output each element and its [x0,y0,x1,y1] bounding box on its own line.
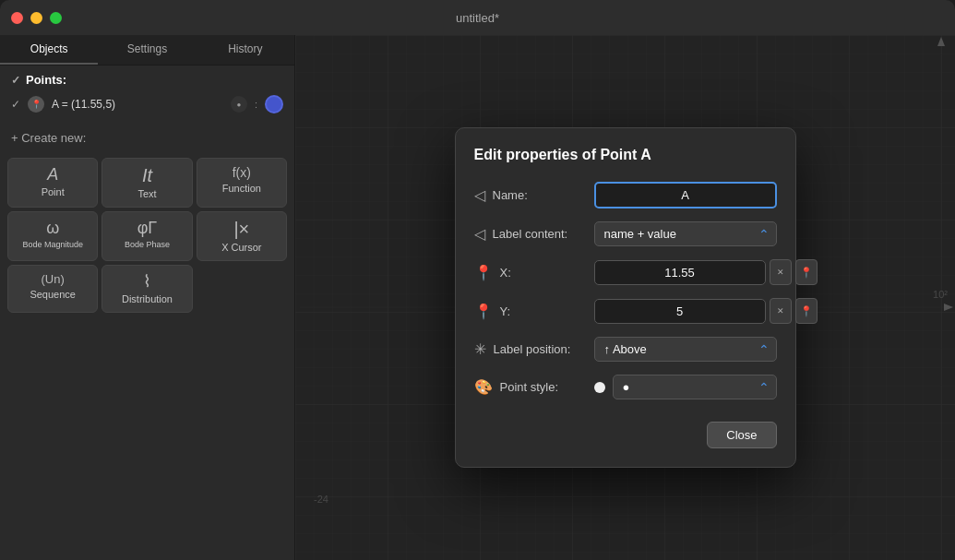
label-content-select-wrapper: name + value name value nothing ⌃ [594,221,777,246]
label-content-row: ◁ Label content: name + value name value… [474,221,777,246]
point-a-dot-btn: ● [231,96,247,113]
name-input[interactable] [594,182,777,209]
label-content-label: ◁ Label content: [474,225,585,243]
titlebar-buttons [11,12,62,24]
x-input[interactable] [594,260,766,285]
name-row: ◁ Name: [474,182,777,209]
create-text-button[interactable]: It Text [101,158,192,208]
label-content-select[interactable]: name + value name value nothing [594,221,777,246]
point-a-label: A = (11.55,5) [52,98,223,111]
maximize-button[interactable] [50,12,62,24]
sequence-label: Sequence [30,289,76,300]
object-grid: A Point It Text f(x) Function ω Bode Mag… [0,158,294,313]
label-position-row: ✳ Label position: ↑ Above ↓ Below ← Left… [474,337,777,362]
y-pin-btn[interactable]: 📍 [795,298,818,324]
sequence-icon: (Un) [42,273,65,285]
points-check: ✓ [11,74,20,87]
graph-area[interactable]: 10² -24 Edit properties of Point A ◁ Nam… [295,35,955,560]
text-icon-label: It [142,166,152,185]
modal-title: Edit properties of Point A [474,147,777,163]
tab-history[interactable]: History [197,35,294,65]
modal-overlay: Edit properties of Point A ◁ Name: ◁ Lab… [295,35,955,560]
points-header: ✓ Points: [11,73,283,87]
bode-phase-icon: φΓ [137,220,158,236]
point-style-select[interactable]: ● ○ ■ × [613,375,777,399]
point-item-a[interactable]: ✓ 📍 A = (11.55,5) ● : [11,92,283,116]
point-a-colon: : [255,99,257,110]
label-content-icon: ◁ [474,225,485,243]
y-input-group: ✕ 📍 [594,298,818,324]
bode-mag-icon: ω [46,220,59,236]
app-title: untitled* [456,11,499,25]
modal-footer: Close [474,422,777,448]
minimize-button[interactable] [30,12,42,24]
label-position-label-text: Label position: [494,342,571,356]
close-modal-button[interactable]: Close [707,422,776,448]
tab-settings[interactable]: Settings [98,35,196,65]
label-position-select[interactable]: ↑ Above ↓ Below ← Left → Right [594,337,777,362]
name-label-text: Name: [493,188,528,202]
y-label: 📍 Y: [474,303,585,320]
xcursor-label: X Cursor [221,242,261,253]
x-input-group: ✕ 📍 [594,259,818,285]
x-label: 📍 X: [474,264,585,281]
text-label: Text [137,188,156,199]
x-row: 📍 X: ✕ 📍 [474,259,777,285]
sidebar-tabs: Objects Settings History [0,35,294,66]
point-style-select-wrapper: ● ○ ■ × ⌃ [594,375,777,399]
point-a-check: ✓ [11,98,20,111]
x-label-text: X: [500,266,511,280]
name-label: ◁ Name: [474,186,585,204]
distribution-label: Distribution [122,293,173,304]
titlebar: untitled* [0,0,955,35]
point-style-row: 🎨 Point style: ● ○ ■ × ⌃ [474,375,777,399]
function-icon-label: f(x) [233,166,251,179]
tab-objects[interactable]: Objects [0,35,98,65]
create-bode-mag-button[interactable]: ω Bode Magnitude [7,211,98,261]
label-content-label-text: Label content: [493,227,568,241]
bode-mag-label: Bode Magnitude [22,240,83,249]
close-button[interactable] [11,12,23,24]
point-style-label: 🎨 Point style: [474,378,585,396]
label-position-label: ✳ Label position: [474,340,585,358]
points-label: Points: [26,73,66,87]
create-function-button[interactable]: f(x) Function [197,158,287,208]
point-style-label-text: Point style: [500,380,559,394]
create-new-label: + Create new: [0,124,294,152]
y-label-text: Y: [500,304,511,318]
label-position-icon: ✳ [474,340,486,358]
point-a-icon: 📍 [28,96,44,113]
name-icon: ◁ [474,186,485,204]
x-pin-icon: 📍 [474,264,493,281]
edit-point-modal: Edit properties of Point A ◁ Name: ◁ Lab… [455,127,796,468]
create-point-button[interactable]: A Point [7,158,98,208]
xcursor-icon: |× [233,220,249,238]
point-a-color[interactable] [265,95,283,113]
y-row: 📍 Y: ✕ 📍 [474,298,777,324]
y-input[interactable] [594,299,766,324]
y-clear-btn[interactable]: ✕ [770,298,792,324]
x-pin-btn[interactable]: 📍 [795,259,818,285]
label-position-select-wrapper: ↑ Above ↓ Below ← Left → Right ⌃ [594,337,777,362]
function-label: Function [222,183,261,194]
sidebar: Objects Settings History ✓ Points: ✓ 📍 A… [0,35,295,560]
create-distribution-button[interactable]: ⌇ Distribution [101,265,192,313]
create-bode-phase-button[interactable]: φΓ Bode Phase [101,211,192,261]
point-style-dot [594,382,605,393]
create-sequence-button[interactable]: (Un) Sequence [7,265,98,313]
point-style-icon: 🎨 [474,378,493,396]
y-pin-icon: 📍 [474,303,493,320]
point-icon-label: A [47,166,58,183]
point-label: Point [42,186,65,197]
x-clear-btn[interactable]: ✕ [770,259,792,285]
distribution-icon: ⌇ [143,273,151,290]
create-xcursor-button[interactable]: |× X Cursor [197,211,287,261]
bode-phase-label: Bode Phase [125,240,170,249]
